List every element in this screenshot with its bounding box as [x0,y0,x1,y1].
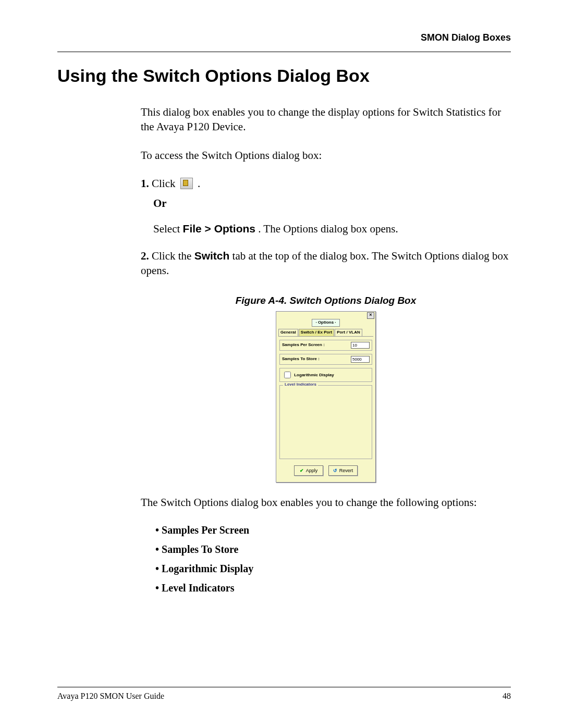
apply-button-label: Apply [306,467,318,474]
step-1-alt-b: . The Options dialog box opens. [258,223,398,235]
step-1: 1. Click . [141,176,511,191]
step-2-number: 2. [141,250,149,262]
samples-per-screen-label: Samples Per Screen : [282,342,325,348]
samples-per-screen-input[interactable] [351,342,370,349]
menu-path: File > Options [183,223,255,235]
bullet-samples-to-store: Samples To Store [155,542,511,557]
body-column: This dialog box enables you to change th… [141,105,511,595]
header-section: SMON Dialog Boxes [57,32,511,43]
step-1-text-b: . [198,177,200,190]
footer-rule [57,687,511,687]
page-title: Using the Switch Options Dialog Box [57,66,511,86]
options-dialog: × · Options · General Switch / Ex Port P… [276,311,376,483]
dialog-buttons: ✔ Apply ↺ Revert [279,463,372,480]
bullet-logarithmic-display: Logarithmic Display [155,562,511,576]
tab-general[interactable]: General [278,329,298,336]
revert-button[interactable]: ↺ Revert [328,465,358,476]
logarithmic-row: Logarithmic Display [279,368,372,382]
dialog-tabs: General Switch / Ex Port Port / VLAN [278,329,373,337]
options-list: Samples Per Screen Samples To Store Loga… [155,523,511,595]
step-2-text-a: Click the [152,250,194,262]
figure-caption: Figure A-4. Switch Options Dialog Box [141,294,511,307]
step-1-text-a: Click [152,177,178,190]
samples-to-store-input[interactable] [351,356,370,363]
step-2: 2. Click the Switch tab at the top of th… [141,249,511,278]
switch-tab-name: Switch [194,250,230,262]
revert-button-label: Revert [339,467,353,474]
level-indicators-group: Level Indicators [279,385,372,459]
page: SMON Dialog Boxes Using the Switch Optio… [0,0,563,728]
logarithmic-checkbox[interactable] [284,372,291,378]
close-icon[interactable]: × [367,312,374,319]
figure-image-wrap: × · Options · General Switch / Ex Port P… [141,311,511,483]
footer: Avaya P120 SMON User Guide 48 [57,687,511,701]
dialog-titlebar: × [276,312,375,319]
footer-row: Avaya P120 SMON User Guide 48 [57,692,511,701]
bullet-samples-per-screen: Samples Per Screen [155,523,511,537]
dialog-body: Samples Per Screen : Samples To Store : … [276,337,375,482]
tab-switch-export[interactable]: Switch / Ex Port [299,329,334,336]
apply-button[interactable]: ✔ Apply [294,465,323,476]
step-1-alt: Select File > Options . The Options dial… [153,221,511,236]
step-1-alt-a: Select [153,223,183,235]
dialog-title-badge: · Options · [312,319,340,327]
options-toolbar-icon [180,178,193,189]
page-number: 48 [503,692,511,701]
check-icon: ✔ [300,467,304,474]
bullet-level-indicators: Level Indicators [155,581,511,595]
revert-icon: ↺ [333,467,337,474]
samples-to-store-row: Samples To Store : [279,354,372,365]
intro-paragraph: This dialog box enables you to change th… [141,105,511,134]
or-divider: Or [153,196,511,211]
header-rule [57,52,511,52]
step-1-number: 1. [141,177,149,190]
samples-to-store-label: Samples To Store : [282,356,320,362]
samples-per-screen-row: Samples Per Screen : [279,340,372,351]
footer-left: Avaya P120 SMON User Guide [57,692,164,701]
tab-port-vlan[interactable]: Port / VLAN [335,329,362,336]
after-figure-paragraph: The Switch Options dialog box enables yo… [141,495,511,510]
logarithmic-label: Logarithmic Display [294,373,334,377]
level-indicators-label: Level Indicators [283,382,318,388]
access-line: To access the Switch Options dialog box: [141,148,511,163]
